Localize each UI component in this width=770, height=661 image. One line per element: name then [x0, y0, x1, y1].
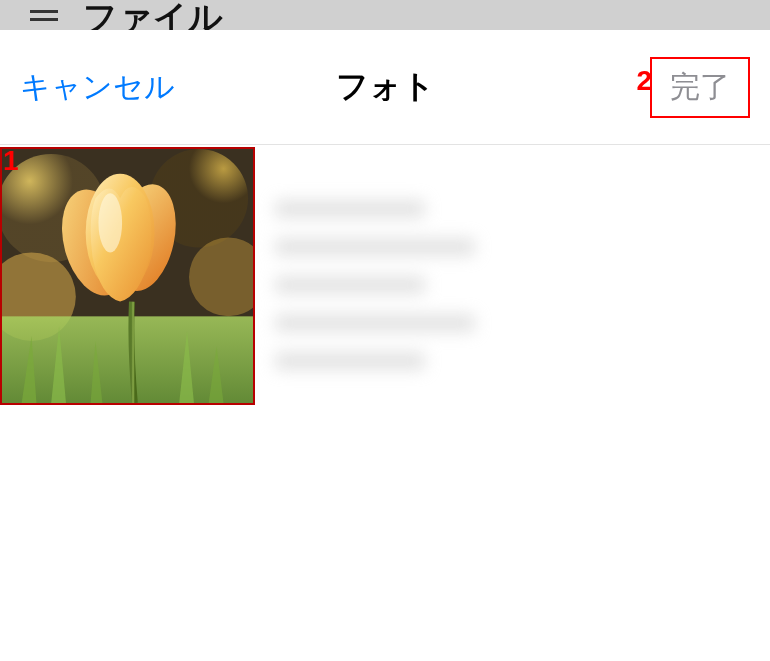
annotation-step-2: 2 — [636, 65, 652, 97]
photo-thumbnail[interactable] — [0, 147, 255, 405]
blurred-background-content — [265, 180, 515, 430]
photo-picker-modal: 1 2 キャンセル フォト 完了 — [0, 30, 770, 661]
background-app-bar: ファイル — [0, 0, 770, 30]
menu-icon — [30, 5, 58, 26]
done-button[interactable]: 完了 — [650, 57, 750, 118]
cancel-button[interactable]: キャンセル — [20, 67, 175, 108]
svg-point-9 — [98, 193, 122, 252]
modal-title: フォト — [336, 65, 435, 109]
annotation-step-1: 1 — [3, 145, 19, 177]
modal-header: キャンセル フォト 完了 — [0, 30, 770, 145]
tulip-image — [2, 149, 253, 403]
